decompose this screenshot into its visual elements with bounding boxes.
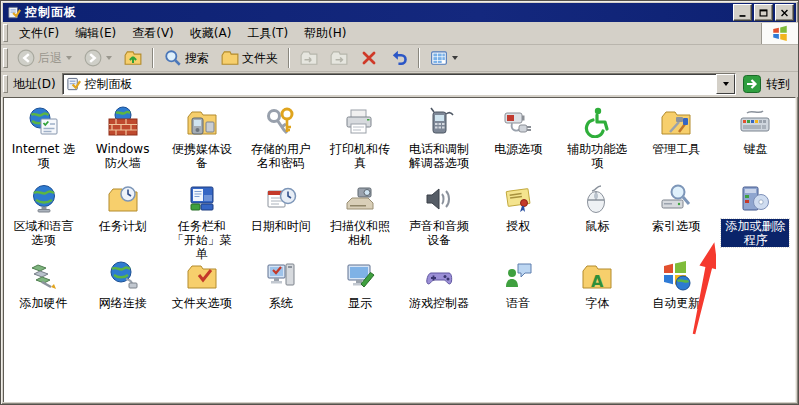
menu-view[interactable]: 查看(V) [124,23,182,44]
toolbar-copy-to-button[interactable] [325,46,353,70]
toolbar-forward-button[interactable] [79,46,117,70]
control-panel-item-indexing-options[interactable]: 索引选项 [637,183,716,260]
control-panel-item-taskbar-start-menu[interactable]: 任务栏和「开始」菜单 [162,183,241,260]
stored-passwords-icon [265,106,297,138]
addressbar-grip[interactable] [3,75,8,94]
control-panel-item-label: 索引选项 [651,219,701,233]
toolbar-search-label: 搜索 [185,50,209,67]
control-panel-item-printers-faxes[interactable]: 打印机和传真 [320,106,399,183]
control-panel-item-power-options[interactable]: 电源选项 [479,106,558,183]
add-hardware-icon [28,260,60,292]
mouse-icon [581,183,613,215]
control-panel-item-date-time[interactable]: 日期和时间 [241,183,320,260]
portable-media-icon [186,106,218,138]
toolbar-back-label: 后退 [38,50,62,67]
menubar-grip[interactable] [3,24,8,41]
control-panel-item-automatic-updates[interactable]: 自动更新 [637,260,716,337]
control-panel-item-network-connections[interactable]: 网络连接 [83,260,162,337]
toolbar-delete-button[interactable] [355,46,383,70]
folder-options-icon [186,260,218,292]
speech-icon [502,260,534,292]
control-panel-item-label: 语音 [505,296,531,310]
control-panel-item-system[interactable]: 系统 [241,260,320,337]
control-panel-icon [66,77,81,92]
toolbar-undo-button[interactable] [385,46,413,70]
maximize-button[interactable] [754,4,773,21]
chevron-down-icon [106,56,112,60]
toolbar-separator [418,48,420,68]
window-title: 控制面板 [25,4,731,21]
control-panel-item-label: 区域和语言选项 [10,219,78,247]
control-panel-item-admin-tools[interactable]: 管理工具 [637,106,716,183]
control-panel-item-label: 自动更新 [651,296,701,310]
control-panel-item-windows-firewall[interactable]: Windows 防火墙 [83,106,162,183]
control-panel-item-keyboard[interactable]: 键盘 [716,106,795,183]
control-panel-window: 控制面板 文件(F)编辑(E)查看(V)收藏(A)工具(T)帮助(H) 后退搜索… [0,0,799,405]
control-panel-item-internet-options[interactable]: Internet 选项 [4,106,83,183]
control-panel-item-mouse[interactable]: 鼠标 [558,183,637,260]
control-panel-item-speech[interactable]: 语音 [479,260,558,337]
windows-firewall-icon [107,106,139,138]
menu-favorites[interactable]: 收藏(A) [182,23,240,44]
toolbar-search-button[interactable]: 搜索 [159,46,214,70]
keyboard-icon [739,106,771,138]
control-panel-item-regional-language[interactable]: 区域和语言选项 [4,183,83,260]
toolbar-back-button[interactable]: 后退 [12,46,77,70]
address-bar: 地址(D) 控制面板 转到 [1,72,798,97]
toolbar-views-button[interactable] [425,46,463,70]
game-controllers-icon [423,260,455,292]
printers-faxes-icon [344,106,376,138]
go-button[interactable]: 转到 [736,75,798,93]
control-panel-item-display[interactable]: 显示 [320,260,399,337]
minimize-button[interactable] [733,4,752,21]
regional-language-icon [28,183,60,215]
back-circle-icon [17,49,35,67]
toolbar-separator [152,48,154,68]
control-panel-item-sounds-audio[interactable]: 声音和音频设备 [399,183,478,260]
chevron-down-icon [66,56,72,60]
control-panel-item-accessibility[interactable]: 辅助功能选项 [558,106,637,183]
close-button[interactable] [775,4,794,21]
phone-modem-icon [423,106,455,138]
control-panel-item-label: 电源选项 [493,142,543,156]
toolbar: 后退搜索文件夹 [1,45,798,72]
go-arrow-icon [743,75,761,93]
toolbar-move-to-button[interactable] [295,46,323,70]
title-bar[interactable]: 控制面板 [3,3,796,22]
control-panel-item-game-controllers[interactable]: 游戏控制器 [399,260,478,337]
fonts-icon: A [581,260,613,292]
minimize-icon [737,8,748,18]
control-panel-item-label: Internet 选项 [10,142,78,170]
date-time-icon [265,183,297,215]
menu-tools[interactable]: 工具(T) [239,23,296,44]
menu-edit[interactable]: 编辑(E) [67,23,124,44]
control-panel-item-label: 管理工具 [651,142,701,156]
control-panel-item-label: 显示 [347,296,373,310]
toolbar-folders-button[interactable]: 文件夹 [216,46,283,70]
menu-help[interactable]: 帮助(H) [296,23,354,44]
toolbar-grip[interactable] [3,48,8,68]
forward-circle-icon [84,49,102,67]
menu-file[interactable]: 文件(F) [11,23,67,44]
go-label: 转到 [766,76,790,93]
control-panel-item-scanners-cameras[interactable]: 扫描仪和照相机 [320,183,399,260]
control-panel-item-label: Windows 防火墙 [89,142,157,170]
control-panel-item-phone-modem[interactable]: 电话和调制解调器选项 [399,106,478,183]
scheduled-tasks-icon [107,183,139,215]
control-panel-item-folder-options[interactable]: 文件夹选项 [162,260,241,337]
toolbar-up-button[interactable] [119,46,147,70]
control-panel-item-label: 便携媒体设备 [168,142,236,170]
address-dropdown-button[interactable] [716,74,735,94]
taskbar-start-menu-icon [186,183,218,215]
control-panel-item-fonts[interactable]: A字体 [558,260,637,337]
control-panel-item-licensing[interactable]: 授权 [479,183,558,260]
control-panel-item-label: 字体 [584,296,610,310]
control-panel-item-add-hardware[interactable]: 添加硬件 [4,260,83,337]
control-panel-item-stored-passwords[interactable]: 存储的用户名和密码 [241,106,320,183]
address-input[interactable]: 控制面板 [62,73,736,95]
chevron-down-icon [452,56,458,60]
control-panel-icon [7,6,21,20]
control-panel-item-portable-media[interactable]: 便携媒体设备 [162,106,241,183]
control-panel-item-scheduled-tasks[interactable]: 任务计划 [83,183,162,260]
control-panel-item-add-remove-programs[interactable]: 添加或删除程序 [716,183,795,260]
